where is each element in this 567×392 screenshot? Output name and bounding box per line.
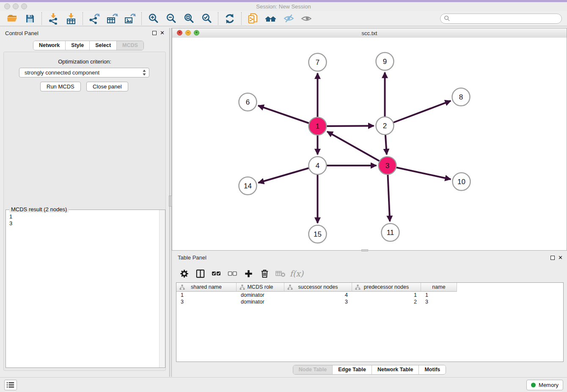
deselect-all-button[interactable] [224,266,240,281]
table-cell[interactable]: 3 [421,298,457,305]
eye-icon [300,13,312,25]
column-header-successor-nodes[interactable]: successor nodes [284,283,352,292]
delete-table-button[interactable] [272,266,289,281]
criterion-dropdown[interactable]: strongly connected component [19,68,149,77]
table-cell[interactable]: 1 [176,292,237,298]
node-table[interactable]: shared nameMCDS rolesuccessor nodesprede… [176,282,564,362]
graph-node-4[interactable]: 4 [309,157,327,174]
zoom-fit-button[interactable] [180,12,198,25]
tab-network[interactable]: Network [33,41,65,50]
export-table-icon [106,13,118,25]
copy-network-button[interactable] [244,12,262,25]
select-all-button[interactable] [208,266,224,281]
svg-text:15: 15 [314,230,322,238]
table-cell[interactable]: dominator [237,292,284,298]
export-table-button[interactable] [103,12,121,25]
table-tabs-wrap: Node TableEdge TableNetwork TableMotifs [172,365,567,375]
memory-button[interactable]: Memory [526,380,563,390]
graph-node-1[interactable]: 1 [309,117,327,135]
graph-node-10[interactable]: 10 [453,173,471,190]
close-panel-button[interactable]: Close panel [86,82,128,91]
application-window: Session: New Session [0,0,567,392]
toggle-columns-button[interactable] [192,266,208,281]
table-cell[interactable]: dominator [237,298,284,305]
table-row[interactable]: 3dominator323 [176,298,563,305]
control-panel-float-icon[interactable] [152,31,157,35]
add-column-button[interactable] [240,266,256,281]
save-session-button[interactable] [21,12,39,25]
graph-node-7[interactable]: 7 [309,53,327,71]
tab-style[interactable]: Style [65,41,89,50]
column-header-predecessor-nodes[interactable]: predecessor nodes [352,283,421,292]
graph-node-14[interactable]: 14 [239,177,257,195]
search-input[interactable] [452,15,561,22]
export-image-button[interactable] [121,12,139,25]
tab-select[interactable]: Select [89,41,116,50]
graph-edge-3-1[interactable] [327,132,387,166]
hide-details-button[interactable] [280,12,297,25]
table-tab-network-table[interactable]: Network Table [372,365,419,374]
svg-text:14: 14 [244,182,252,190]
gear-icon [179,268,190,279]
table-cell[interactable]: 3 [284,298,352,305]
column-header-shared-name[interactable]: shared name [176,283,237,292]
export-network-button[interactable] [85,12,103,25]
memory-label: Memory [539,382,559,388]
import-table-button[interactable] [62,12,80,25]
import-network-button[interactable] [44,12,62,25]
home-button[interactable] [262,12,280,25]
mcds-result-scrollbar[interactable] [159,210,165,367]
table-cell[interactable]: 1 [352,292,421,298]
svg-text:10: 10 [457,178,465,186]
export-network-icon [88,13,100,25]
zoom-selected-button[interactable] [198,12,215,25]
function-builder-button[interactable]: f(x) [289,266,305,281]
table-panel-float-icon[interactable] [550,256,555,260]
task-history-button[interactable] [4,380,17,390]
graph-node-2[interactable]: 2 [376,117,394,135]
fx-icon: f(x) [290,269,304,278]
trash-icon [259,268,270,279]
column-header-name[interactable]: name [421,283,457,292]
column-header-mcds-role[interactable]: MCDS role [237,283,284,292]
table-settings-button[interactable] [176,266,192,281]
tab-mcds[interactable]: MCDS [116,41,143,50]
table-tab-edge-table[interactable]: Edge Table [332,365,372,374]
network-canvas[interactable]: 7968124314101511 [172,38,567,250]
table-panel-close-icon[interactable]: ✕ [558,254,563,261]
graph-edge-2-8[interactable] [385,101,451,126]
open-session-button[interactable] [3,12,21,25]
window-title: Session: New Session [0,3,567,10]
graph-edge-1-6[interactable] [258,105,317,126]
unchecked-boxes-icon [227,268,238,279]
table-cell[interactable]: 2 [352,298,421,305]
graph-node-6[interactable]: 6 [239,93,257,111]
show-details-button[interactable] [297,12,315,25]
table-tabs: Node TableEdge TableNetwork TableMotifs [293,365,446,375]
table-cell[interactable]: 4 [284,292,352,298]
table-cell[interactable]: 1 [421,292,457,298]
tree-icon [287,284,293,291]
zoom-fit-icon [183,13,195,24]
graph-node-11[interactable]: 11 [382,224,399,241]
search-box[interactable] [440,14,562,24]
refresh-button[interactable] [221,12,239,25]
run-mcds-button[interactable]: Run MCDS [40,82,81,91]
table-row[interactable]: 1dominator411 [176,292,563,298]
graph-node-9[interactable]: 9 [376,52,394,70]
network-window-title: scc.txt [172,30,567,36]
graph-edge-3-10[interactable] [388,166,451,179]
control-panel-close-icon[interactable]: ✕ [160,30,165,36]
table-tab-node-table[interactable]: Node Table [293,365,332,374]
graph-node-3[interactable]: 3 [379,157,396,174]
column-header-label: successor nodes [298,284,338,290]
table-tab-motifs[interactable]: Motifs [418,365,446,374]
toolbar-separator [241,12,242,25]
graph-node-15[interactable]: 15 [309,225,327,243]
horizontal-splitter-grip[interactable] [361,249,368,251]
zoom-out-button[interactable] [162,12,180,25]
graph-node-8[interactable]: 8 [452,88,470,106]
table-cell[interactable]: 3 [176,298,237,305]
delete-column-button[interactable] [256,266,272,281]
zoom-in-button[interactable] [144,12,162,25]
